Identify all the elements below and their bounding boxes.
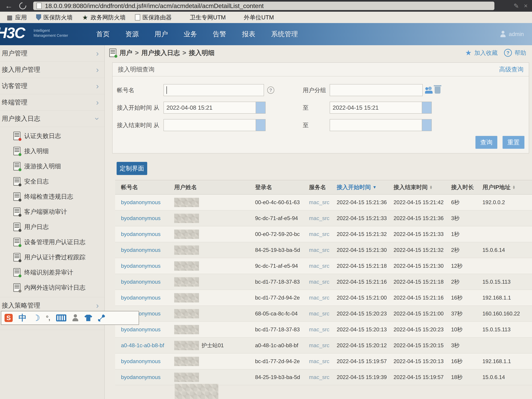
keyboard-icon[interactable] bbox=[56, 315, 66, 322]
breadcrumb-user-access-log[interactable]: 用户接入日志 bbox=[141, 49, 180, 57]
table-header-cell[interactable]: 登录名 bbox=[255, 183, 309, 191]
table-header-cell[interactable]: 服务名 bbox=[309, 183, 337, 191]
sidebar-group-top-2[interactable]: 接入用户管理 › bbox=[0, 62, 104, 78]
table-row[interactable]: byodanonymous 68-05-ca-8c-fc-04 mac_src … bbox=[115, 306, 532, 322]
favorite-star-icon[interactable]: ★ bbox=[465, 49, 472, 57]
bookmark-5[interactable]: 卫生专网UTM bbox=[181, 13, 226, 21]
table-row[interactable]: byodanonymous 00-e0-4c-60-61-63 mac_src … bbox=[115, 194, 532, 210]
person-icon[interactable] bbox=[72, 314, 79, 322]
sogou-icon[interactable]: S bbox=[5, 314, 13, 322]
start-to-input[interactable]: 2022-04-15 15:21 bbox=[330, 102, 432, 114]
table-row[interactable]: byodanonymous bc-d1-77-2d-94-2e mac_src … bbox=[115, 290, 532, 306]
sidebar-log-item-2[interactable]: 接入明细 bbox=[0, 143, 104, 159]
nav-item-3[interactable]: 用户 bbox=[154, 30, 168, 39]
account-link[interactable]: a0-48-1c-a0-b8-bf bbox=[121, 342, 164, 348]
account-link[interactable]: byodanonymous bbox=[121, 247, 161, 253]
nav-item-5[interactable]: 告警 bbox=[213, 30, 226, 39]
table-header-cell[interactable]: 用户姓名 bbox=[174, 183, 255, 191]
edit-icon[interactable]: ✎ bbox=[513, 2, 519, 10]
account-link[interactable]: byodanonymous bbox=[121, 358, 161, 364]
sidebar-log-item-3[interactable]: 漫游接入明细 bbox=[0, 159, 104, 174]
table-row[interactable]: byodanonymous bc-d1-77-2d-94-2e mac_src … bbox=[115, 354, 532, 369]
select-group-icon[interactable] bbox=[425, 87, 433, 94]
table-row[interactable]: byodanonymous 84-25-19-b3-ba-5d mac_src … bbox=[115, 369, 532, 385]
account-help-icon[interactable]: ? bbox=[267, 86, 274, 94]
bookmark-3[interactable]: 政务网防火墙 bbox=[82, 13, 126, 21]
sidebar-log-item-5[interactable]: 终端检查违规日志 bbox=[0, 189, 104, 204]
table-row[interactable]: byodanonymous bc-d1-77-18-37-83 mac_src … bbox=[115, 274, 532, 290]
ime-toolbar[interactable]: S 中 ☽ °, bbox=[1, 311, 139, 325]
table-row[interactable]: byodanonymous 9c-dc-71-af-e5-94 mac_src … bbox=[115, 258, 532, 274]
user-group-input[interactable] bbox=[330, 84, 423, 96]
help-icon[interactable]: ? bbox=[504, 49, 512, 57]
chinese-mode-icon[interactable]: 中 bbox=[19, 312, 27, 323]
table-row[interactable]: byodanonymous 84-25-19-b3-ba-5d mac_src … bbox=[115, 242, 532, 258]
clear-group-icon[interactable] bbox=[435, 87, 440, 94]
reload-icon[interactable] bbox=[18, 1, 28, 11]
sidebar-log-item-8[interactable]: 设备管理用户认证日志 bbox=[0, 234, 104, 250]
url-text[interactable]: 18.0.0.99:8080/imc/dndfront/dnd.jsf#/imc… bbox=[45, 2, 264, 9]
start-from-input[interactable]: 2022-04-08 15:21 bbox=[164, 102, 266, 114]
account-link[interactable]: byodanonymous bbox=[121, 327, 161, 333]
advanced-query-link[interactable]: 高级查询 bbox=[499, 65, 524, 73]
customize-ui-button[interactable]: 定制界面 bbox=[117, 162, 147, 175]
bookmark-4[interactable]: 医保路由器 bbox=[135, 13, 172, 21]
table-row[interactable]: byodanonymous bc-d1-77-18-37-83 mac_src … bbox=[115, 322, 532, 338]
sort-both-icon[interactable]: ▲▼ bbox=[429, 185, 433, 189]
table-header-cell[interactable]: 接入开始时间 ▼ bbox=[337, 183, 393, 191]
table-row[interactable]: byodanonymous 00-e0-72-59-20-bc mac_src … bbox=[115, 226, 532, 242]
table-header-cell[interactable]: 接入结束时间 ▲▼ bbox=[393, 183, 451, 191]
nav-item-1[interactable]: 首页 bbox=[96, 30, 110, 39]
add-favorite-link[interactable]: 加入收藏 bbox=[474, 49, 498, 57]
breadcrumb-user[interactable]: 用户 bbox=[120, 49, 132, 57]
calendar-picker-icon[interactable] bbox=[256, 102, 265, 113]
account-link[interactable]: byodanonymous bbox=[121, 374, 161, 380]
wrench-icon[interactable] bbox=[98, 315, 105, 322]
query-button[interactable]: 查询 bbox=[475, 136, 497, 149]
reset-button[interactable]: 重置 bbox=[503, 136, 524, 149]
sidebar-group-top-3[interactable]: 访客管理 › bbox=[0, 78, 104, 94]
back-icon[interactable]: ← bbox=[5, 1, 13, 10]
account-link[interactable]: byodanonymous bbox=[121, 295, 161, 301]
sort-desc-icon[interactable]: ▼ bbox=[373, 185, 377, 190]
moon-icon[interactable]: ☽ bbox=[32, 313, 40, 323]
sidebar-log-item-6[interactable]: 客户端驱动审计 bbox=[0, 204, 104, 219]
calendar-picker-icon[interactable] bbox=[422, 119, 431, 131]
nav-item-7[interactable]: 系统管理 bbox=[271, 30, 298, 39]
sidebar-group-top-5[interactable]: 用户接入日志 › bbox=[0, 110, 104, 127]
sidebar-log-item-9[interactable]: 用户认证计费过程跟踪 bbox=[0, 250, 104, 265]
bookmark-1[interactable]: 应用 bbox=[6, 13, 27, 21]
table-header-cell[interactable]: 帐号名 bbox=[121, 183, 174, 191]
nav-item-6[interactable]: 报表 bbox=[242, 30, 255, 39]
nav-item-2[interactable]: 资源 bbox=[125, 30, 139, 39]
account-input[interactable] bbox=[164, 84, 264, 96]
skin-icon[interactable] bbox=[84, 315, 92, 321]
account-link[interactable]: byodanonymous bbox=[121, 279, 161, 285]
calendar-picker-icon[interactable] bbox=[256, 119, 265, 131]
bookmark-2[interactable]: 医保防火墙 bbox=[36, 13, 73, 21]
account-link[interactable]: byodanonymous bbox=[121, 215, 161, 221]
end-from-input[interactable] bbox=[164, 119, 266, 131]
sidebar-group-top-4[interactable]: 终端管理 › bbox=[0, 94, 104, 110]
sidebar-log-item-10[interactable]: 终端识别差异审计 bbox=[0, 265, 104, 280]
close-icon[interactable]: × bbox=[524, 2, 528, 10]
table-header-cell[interactable]: 接入时长 bbox=[451, 183, 482, 191]
sidebar-group-top-1[interactable]: 用户管理 › bbox=[0, 45, 104, 62]
table-row[interactable]: byodanonymous 9c-dc-71-af-e5-94 mac_src … bbox=[115, 210, 532, 226]
sidebar-log-item-7[interactable]: 用户日志 bbox=[0, 219, 104, 234]
table-header-cell[interactable]: 用户IP地址 ▲▼ bbox=[482, 183, 526, 191]
calendar-picker-icon[interactable] bbox=[422, 102, 431, 113]
punctuation-icon[interactable]: °, bbox=[46, 314, 50, 322]
sort-both-icon[interactable]: ▲▼ bbox=[512, 185, 516, 189]
end-to-input[interactable] bbox=[330, 119, 432, 131]
url-bar[interactable]: 18.0.0.99:8080/imc/dndfront/dnd.jsf#/imc… bbox=[33, 2, 494, 10]
account-link[interactable]: byodanonymous bbox=[121, 199, 161, 205]
account-link[interactable]: byodanonymous bbox=[121, 263, 161, 269]
account-link[interactable]: byodanonymous bbox=[121, 231, 161, 237]
user-menu[interactable]: admin bbox=[500, 23, 524, 45]
table-row[interactable]: a0-48-1c-a0-b8-bf 护士站01 a0-48-1c-a0-b8-b… bbox=[115, 338, 532, 354]
nav-item-4[interactable]: 业务 bbox=[184, 30, 197, 39]
sidebar-log-item-4[interactable]: 安全日志 bbox=[0, 174, 104, 189]
sidebar-log-item-11[interactable]: 内网外连访问审计日志 bbox=[0, 280, 104, 295]
sidebar-log-item-1[interactable]: 认证失败日志 bbox=[0, 128, 104, 143]
